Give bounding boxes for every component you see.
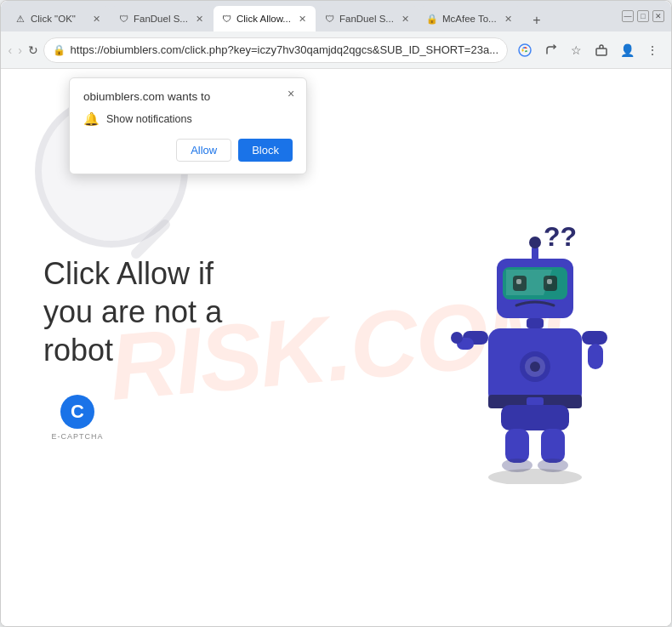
minimize-button[interactable]: — [622,10,634,22]
svg-rect-25 [505,429,529,463]
tab3-favicon: 🛡 [220,13,232,25]
svg-rect-24 [501,405,569,430]
tab1-close[interactable]: ✕ [89,12,103,26]
forward-button[interactable]: › [18,37,23,63]
popup-title: obiumblers.com wants to [83,90,293,103]
extension-icon-button[interactable] [589,38,613,62]
tab4-close[interactable]: ✕ [398,12,412,26]
svg-rect-22 [582,331,607,345]
svg-rect-8 [516,279,521,284]
back-button[interactable]: ‹ [8,37,13,63]
heading-line2: you are not a [43,293,441,331]
profile-icon-button[interactable]: 👤 [615,38,639,62]
tab-3[interactable]: 🛡 Click Allow... ✕ [214,6,316,31]
captcha-logo: C [60,395,94,429]
popup-close-button[interactable]: × [282,85,299,102]
tab3-label: Click Allow... [236,14,291,24]
tab-1[interactable]: ⚠ Click "OK" ✕ [8,6,110,31]
toolbar-icons: ☆ 👤 ⋮ [513,38,664,62]
new-tab-button[interactable]: + [526,9,548,31]
tab2-close[interactable]: ✕ [192,12,206,26]
tab4-label: FanDuel S... [339,14,394,24]
tab-2[interactable]: 🛡 FanDuel S... ✕ [111,6,213,31]
svg-rect-9 [547,279,552,284]
svg-point-29 [488,469,582,484]
page-content: × obiumblers.com wants to 🔔 Show notific… [1,69,671,626]
heading-line1: Click Allow if [43,254,441,293]
svg-rect-12 [527,318,544,328]
tab1-label: Click "OK" [31,14,85,24]
left-content: Click Allow if you are not a robot C E-C… [43,254,441,441]
svg-point-0 [519,44,531,56]
svg-rect-1 [596,48,607,55]
reload-button[interactable]: ↻ [28,37,38,63]
bell-icon: 🔔 [83,111,100,127]
browser-window: ⚠ Click "OK" ✕ 🛡 FanDuel S... ✕ 🛡 Click … [0,0,672,627]
google-icon-button[interactable] [513,38,537,62]
bookmark-icon-button[interactable]: ☆ [564,38,588,62]
heading-line3: robot [43,331,441,369]
svg-point-16 [530,362,540,372]
address-bar[interactable]: 🔒 https://obiumblers.com/click.php?key=i… [43,37,508,63]
svg-rect-27 [541,429,565,463]
toolbar: ‹ › ↻ 🔒 https://obiumblers.com/click.php… [1,31,671,69]
maximize-button[interactable]: □ [637,10,649,22]
allow-button[interactable]: Allow [176,139,231,162]
menu-icon-button[interactable]: ⋮ [641,38,664,62]
address-text: https://obiumblers.com/click.php?key=icz… [71,43,498,56]
window-controls: — □ ✕ [622,10,664,22]
block-button[interactable]: Block [238,139,293,162]
tab4-favicon: 🛡 [323,13,335,25]
robot-illustration: ?? [441,212,629,484]
captcha-area: C E-CAPTCHA [43,395,111,441]
svg-point-21 [451,332,463,344]
popup-buttons: Allow Block [83,139,293,162]
svg-text:??: ?? [544,221,577,252]
notification-popup: × obiumblers.com wants to 🔔 Show notific… [69,77,307,174]
svg-point-11 [529,237,541,248]
svg-rect-23 [588,344,603,369]
content-area: Click Allow if you are not a robot C E-C… [18,212,654,484]
lock-icon: 🔒 [53,44,65,56]
tab5-favicon: 🔒 [426,13,438,25]
tab5-close[interactable]: ✕ [501,12,515,26]
notification-text: Show notifications [106,113,192,125]
captcha-label: E-CAPTCHA [51,432,103,441]
tab5-label: McAfee To... [442,14,497,24]
svg-rect-18 [527,397,544,406]
robot-svg: ?? [450,212,620,484]
tab-strip: ⚠ Click "OK" ✕ 🛡 FanDuel S... ✕ 🛡 Click … [8,1,612,31]
tab1-favicon: ⚠ [14,13,26,25]
popup-notification-row: 🔔 Show notifications [83,111,293,127]
tab3-close[interactable]: ✕ [295,12,309,26]
tab-5[interactable]: 🔒 McAfee To... ✕ [419,6,521,31]
title-bar: ⚠ Click "OK" ✕ 🛡 FanDuel S... ✕ 🛡 Click … [1,1,671,31]
share-icon-button[interactable] [538,38,562,62]
tab2-favicon: 🛡 [117,13,129,25]
tab-4[interactable]: 🛡 FanDuel S... ✕ [316,6,419,31]
close-button[interactable]: ✕ [652,10,664,22]
main-heading: Click Allow if you are not a robot [43,254,441,369]
tab2-label: FanDuel S... [134,14,188,24]
